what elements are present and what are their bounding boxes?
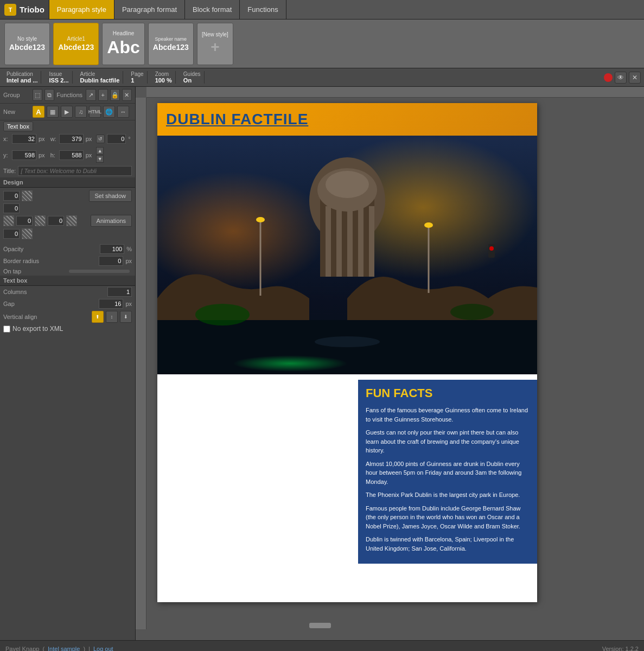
fill-opacity-input[interactable] (3, 203, 20, 213)
tab-paragraph-format[interactable]: Paragraph format (114, 0, 185, 19)
style-article1[interactable]: Article1 Abcde123 (53, 23, 99, 65)
svg-rect-21 (488, 244, 495, 258)
fill-val-2[interactable] (16, 216, 33, 226)
preview-button[interactable]: 👁 (615, 72, 627, 84)
fill-color-swatch-1[interactable] (3, 215, 14, 226)
footer: Pavel Knapp ( Intel sample ) | Log out V… (0, 640, 644, 651)
footer-link[interactable]: Intel sample (48, 646, 80, 652)
style-speaker-name[interactable]: Speaker name Abcde123 (148, 23, 194, 65)
left-panel: Group ⬚ ⧉ Functions ↗ + 🔒 ✕ New A ▦ ▶ ♫ … (0, 87, 136, 640)
w-input[interactable] (59, 134, 84, 144)
fun-facts-title: FUN FACTS (366, 386, 530, 400)
border-color-swatch[interactable] (22, 190, 33, 201)
style-new-style[interactable]: [New style] + (197, 23, 233, 65)
style-new-label: [New style] (202, 31, 228, 37)
y-unit: px (39, 152, 45, 158)
columns-label: Columns (3, 289, 105, 295)
gap-input[interactable] (99, 299, 123, 309)
func-delete-btn[interactable]: ✕ (122, 89, 132, 101)
audio-tool-btn[interactable]: ♫ (75, 106, 87, 118)
tab-block-format[interactable]: Block format (185, 0, 240, 19)
web-tool-btn[interactable]: 🌐 (103, 106, 115, 118)
func-add-btn[interactable]: + (98, 89, 108, 101)
fill-color-swatch-4[interactable] (22, 228, 33, 239)
rotation-input[interactable] (107, 134, 126, 144)
valign-bot-btn[interactable]: ⬇ (120, 311, 132, 323)
x-unit: px (39, 136, 45, 142)
page-title: DUBLIN FACTFILE (166, 111, 308, 128)
fill-val-3[interactable] (48, 216, 64, 226)
h-label: h: (50, 152, 57, 158)
valign-top-btn[interactable]: ⬆ (92, 311, 104, 323)
logo-icon: T (4, 4, 16, 16)
tab-functions[interactable]: Functions (240, 0, 286, 19)
logo-area: T Triobo (0, 0, 49, 19)
h-up-btn[interactable]: ▲ (96, 147, 104, 155)
title-label: Title: (3, 168, 16, 174)
opacity-input[interactable] (100, 244, 124, 254)
style-no-style[interactable]: No style Abcde123 (4, 23, 50, 65)
border-radius-label: Border radius (3, 258, 97, 264)
group-select-btn[interactable]: ⬚ (33, 89, 42, 101)
border-width-input[interactable] (3, 191, 20, 201)
html-tool-btn[interactable]: HTML (89, 106, 101, 118)
valign-mid-btn[interactable]: ↕ (106, 311, 118, 323)
group-copy-btn[interactable]: ⧉ (44, 89, 54, 101)
close-button[interactable]: ✕ (629, 72, 641, 84)
scrollbar-thumb[interactable] (309, 623, 331, 628)
set-shadow-btn[interactable]: Set shadow (89, 190, 132, 202)
border-radius-input[interactable] (99, 256, 123, 266)
fill-color-swatch-2[interactable] (35, 215, 46, 226)
func-export-btn[interactable]: ↗ (86, 89, 95, 101)
record-button[interactable] (604, 73, 613, 82)
func-lock-btn[interactable]: 🔒 (110, 89, 120, 101)
image-tool-btn[interactable]: ▦ (47, 106, 59, 118)
info-guides-label: Guides (183, 71, 201, 77)
border-radius-unit: px (125, 258, 132, 264)
x-input[interactable] (12, 134, 36, 144)
main-layout: Group ⬚ ⧉ Functions ↗ + 🔒 ✕ New A ▦ ▶ ♫ … (0, 87, 644, 640)
on-tap-label: On tap (3, 268, 65, 275)
columns-input[interactable] (107, 287, 132, 297)
fun-p4: The Phoenix Park Dublin is the largest c… (366, 490, 530, 500)
info-page-label: Page (131, 71, 143, 77)
layout-tool-btn[interactable]: ↔ (117, 106, 129, 118)
fun-p1: Fans of the famous beverage Guinness oft… (366, 406, 530, 424)
fill-color-swatch-3[interactable] (66, 215, 77, 226)
h-input[interactable] (59, 150, 84, 160)
svg-point-20 (424, 222, 433, 228)
text-tool-btn[interactable]: A (33, 106, 44, 118)
design-header: Design (0, 177, 135, 188)
no-export-checkbox[interactable] (3, 326, 10, 333)
footer-logout[interactable]: Log out (93, 646, 113, 652)
title-input[interactable] (18, 166, 132, 176)
style-speaker-preview: Abcde123 (153, 43, 189, 52)
canvas-area[interactable]: DUBLIN FACTFILE (136, 87, 644, 640)
y-input[interactable] (12, 150, 36, 160)
video-tool-btn[interactable]: ▶ (61, 106, 73, 118)
style-headline-preview: Abc (107, 37, 139, 58)
valign-row: Vertical align ⬆ ↕ ⬇ (0, 310, 135, 324)
info-page: Page 1 (127, 71, 147, 84)
dublin-scene-svg (157, 136, 537, 374)
tooltip-area: Text box (0, 120, 135, 132)
info-bar: Publication Intel and ... Issue ISS 2...… (0, 68, 644, 87)
svg-point-16 (450, 304, 494, 320)
canvas-content: DUBLIN FACTFILE (146, 98, 644, 629)
style-article1-label: Article1 (67, 36, 85, 42)
info-controls: 👁 ✕ (604, 72, 641, 84)
h-down-btn[interactable]: ▼ (96, 155, 104, 163)
animations-btn[interactable]: Animations (91, 215, 132, 227)
textbox-fun-facts[interactable]: FUN FACTS Fans of the famous beverage Gu… (358, 380, 537, 564)
tab-paragraph-style[interactable]: Paragraph style (49, 0, 114, 19)
new-tools-row: New A ▦ ▶ ♫ HTML 🌐 ↔ (0, 104, 135, 120)
on-tap-bar[interactable] (69, 270, 130, 273)
info-article-label: Article (80, 71, 120, 77)
footer-user: Pavel Knapp (5, 646, 39, 652)
style-headline[interactable]: Headline Abc (102, 23, 144, 65)
functions-label: Functions (56, 92, 84, 98)
info-page-val: 1 (131, 77, 143, 84)
scrollbar-horizontal[interactable] (146, 622, 644, 629)
fill-val-4[interactable] (3, 229, 20, 239)
footer-paren-open: ( (42, 646, 44, 652)
